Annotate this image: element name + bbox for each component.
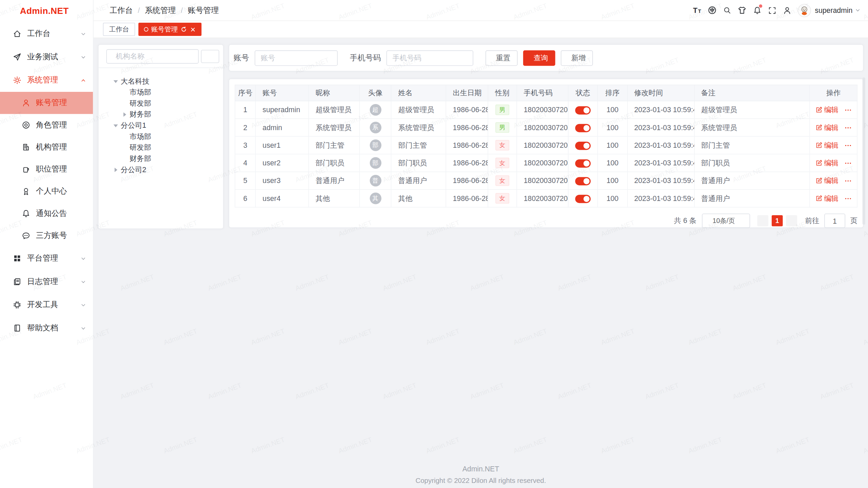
tree-caret-icon[interactable] bbox=[112, 78, 120, 85]
phone-filter-input[interactable] bbox=[387, 50, 473, 66]
status-toggle[interactable] bbox=[575, 159, 591, 167]
sidebar-item-workbench[interactable]: 工作台 bbox=[0, 22, 93, 45]
tab-close-icon[interactable] bbox=[190, 26, 196, 33]
position-icon bbox=[22, 165, 31, 174]
sidebar-item-label: 三方账号 bbox=[36, 231, 86, 241]
notification-icon[interactable] bbox=[750, 3, 765, 18]
cell-sort: 100 bbox=[598, 101, 627, 119]
sidebar-item-system-mgmt[interactable]: 系统管理 bbox=[0, 68, 93, 92]
tree-node[interactable]: 财务部 bbox=[103, 153, 219, 164]
tree-caret-placeholder bbox=[121, 88, 129, 96]
row-more-button[interactable] bbox=[844, 124, 852, 131]
sidebar-item-dev-tools[interactable]: 开发工具 bbox=[0, 293, 93, 317]
row-more-button[interactable] bbox=[844, 141, 852, 149]
org-search-input[interactable] bbox=[115, 52, 194, 61]
sidebar-item-help-docs[interactable]: 帮助文档 bbox=[0, 317, 93, 340]
filter-bar: 账号 手机号码 重置 查询 bbox=[229, 44, 864, 72]
status-toggle[interactable] bbox=[575, 106, 591, 114]
edit-pencil-icon bbox=[815, 106, 822, 113]
edit-button[interactable]: 编辑 bbox=[815, 105, 839, 115]
user-menu[interactable]: superadmin bbox=[815, 6, 861, 14]
next-page-button[interactable] bbox=[786, 215, 797, 226]
sidebar-item-log-mgmt[interactable]: 日志管理 bbox=[0, 270, 93, 293]
fullscreen-icon[interactable] bbox=[765, 3, 780, 18]
sidebar-item-label: 系统管理 bbox=[27, 75, 80, 85]
user-avatar[interactable] bbox=[798, 4, 811, 17]
page-number-1[interactable]: 1 bbox=[772, 215, 783, 226]
row-more-button[interactable] bbox=[844, 106, 852, 114]
sidebar-item-notice[interactable]: 通知公告 bbox=[0, 203, 93, 225]
table-scrollbar[interactable] bbox=[863, 78, 865, 225]
tree-node[interactable]: 财务部 bbox=[103, 109, 219, 120]
breadcrumb-item: 账号管理 bbox=[188, 5, 219, 15]
tree-more-button[interactable] bbox=[201, 49, 219, 63]
edit-button[interactable]: 编辑 bbox=[815, 140, 839, 150]
edit-button[interactable]: 编辑 bbox=[815, 123, 839, 133]
sidebar-item-label: 日志管理 bbox=[27, 277, 80, 286]
sidebar-item-label: 平台管理 bbox=[27, 253, 80, 263]
row-more-button[interactable] bbox=[844, 177, 852, 185]
cell-no: 5 bbox=[235, 172, 256, 189]
edit-label: 编辑 bbox=[824, 140, 838, 150]
edit-button[interactable]: 编辑 bbox=[815, 194, 839, 203]
language-icon[interactable] bbox=[705, 3, 719, 18]
tree-node[interactable]: 分公司1 bbox=[103, 120, 219, 131]
tree-node[interactable]: 分公司2 bbox=[103, 164, 219, 176]
cell-phone: 18020030720 bbox=[517, 119, 568, 136]
tab-refresh-icon[interactable] bbox=[180, 26, 187, 33]
org-icon bbox=[22, 143, 31, 151]
sidebar-item-business-test[interactable]: 业务测试 bbox=[0, 45, 93, 69]
cell-phone: 18020030720 bbox=[517, 101, 568, 119]
cell-account: user4 bbox=[256, 189, 309, 207]
tab-active[interactable]: 账号管理 bbox=[138, 23, 201, 36]
sidebar-item-account-mgmt[interactable]: 账号管理 bbox=[0, 92, 93, 114]
cell-sort: 100 bbox=[598, 136, 627, 154]
sidebar-item-org-mgmt[interactable]: 机构管理 bbox=[0, 136, 93, 158]
tree-node[interactable]: 研发部 bbox=[103, 142, 219, 154]
sidebar-item-third-party-account[interactable]: 三方账号 bbox=[0, 225, 93, 247]
tree-node-label: 研发部 bbox=[130, 99, 151, 108]
tree-node[interactable]: 研发部 bbox=[103, 98, 219, 109]
tree-node[interactable]: 大名科技 bbox=[103, 76, 219, 87]
row-more-button[interactable] bbox=[844, 195, 852, 202]
cell-no: 1 bbox=[235, 101, 256, 119]
status-toggle[interactable] bbox=[575, 124, 591, 132]
prev-page-button[interactable] bbox=[757, 215, 768, 226]
app-logo[interactable]: Admin.NET bbox=[0, 0, 93, 22]
sidebar-item-role-mgmt[interactable]: 角色管理 bbox=[0, 114, 93, 136]
status-toggle[interactable] bbox=[575, 177, 591, 185]
tree-caret-icon[interactable] bbox=[121, 111, 129, 119]
breadcrumb-item[interactable]: 工作台 bbox=[110, 5, 133, 15]
tree-caret-icon[interactable] bbox=[112, 166, 120, 174]
edit-pencil-icon bbox=[815, 195, 822, 202]
role-icon bbox=[22, 121, 31, 129]
font-size-icon[interactable]: TT bbox=[690, 3, 705, 18]
sidebar-item-personal-center[interactable]: 个人中心 bbox=[0, 180, 93, 202]
edit-button[interactable]: 编辑 bbox=[815, 176, 839, 185]
cell-sort: 100 bbox=[598, 189, 627, 207]
row-more-button[interactable] bbox=[844, 159, 852, 167]
account-filter-input[interactable] bbox=[255, 50, 338, 66]
status-toggle[interactable] bbox=[575, 195, 591, 203]
edit-button[interactable]: 编辑 bbox=[815, 158, 839, 168]
breadcrumb-item[interactable]: 系统管理 bbox=[145, 5, 176, 15]
tree-node[interactable]: 市场部 bbox=[103, 131, 219, 142]
cell-modified: 2023-01-03 10:59:44 bbox=[627, 172, 694, 189]
profile-icon[interactable] bbox=[780, 3, 794, 18]
cell-modified: 2023-01-03 10:59:44 bbox=[627, 119, 694, 136]
search-icon[interactable] bbox=[720, 3, 735, 18]
sidebar-item-platform-mgmt[interactable]: 平台管理 bbox=[0, 247, 93, 270]
cell-sort: 100 bbox=[598, 172, 627, 189]
tree-caret-icon[interactable] bbox=[112, 122, 120, 129]
theme-icon[interactable] bbox=[735, 3, 750, 18]
page-size-select[interactable]: 10条/页 bbox=[702, 214, 750, 228]
tab-item[interactable]: 工作台 bbox=[103, 23, 135, 36]
tree-node[interactable]: 市场部 bbox=[103, 87, 219, 98]
reset-button[interactable]: 重置 bbox=[486, 50, 518, 66]
status-toggle[interactable] bbox=[575, 141, 591, 149]
query-button[interactable]: 查询 bbox=[523, 50, 555, 66]
cell-no: 4 bbox=[235, 154, 256, 172]
sidebar-item-position-mgmt[interactable]: 职位管理 bbox=[0, 158, 93, 180]
add-button[interactable]: 新增 bbox=[561, 50, 593, 66]
goto-page-input[interactable] bbox=[824, 214, 845, 228]
